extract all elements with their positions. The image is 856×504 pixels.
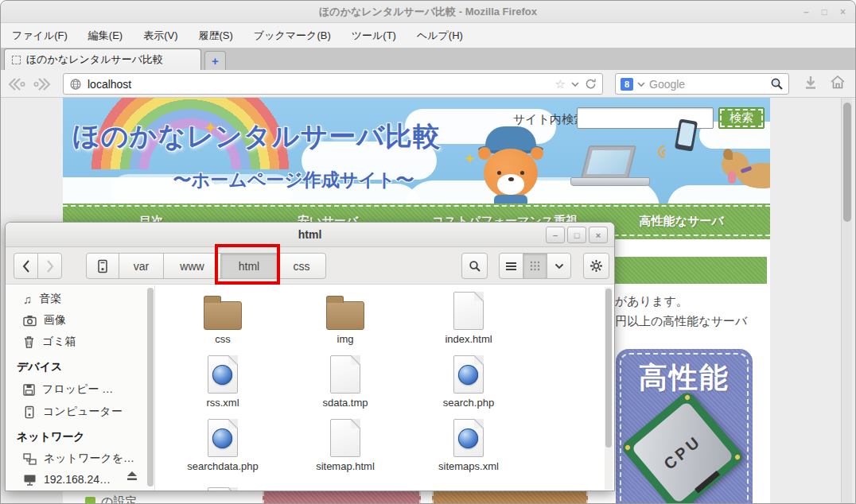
file-item-partial[interactable] xyxy=(163,486,282,490)
file-manager-toolbar: var www html css xyxy=(6,247,614,285)
page-scrollbar-thumb[interactable] xyxy=(843,103,851,222)
sidebar-item-pictures[interactable]: 画像 xyxy=(23,313,66,328)
sidebar-item-server[interactable]: 192.168.24… xyxy=(23,473,111,486)
network-icon xyxy=(23,453,37,465)
search-placeholder[interactable]: Google xyxy=(649,78,766,91)
file-item[interactable]: css xyxy=(163,290,282,345)
gear-icon xyxy=(589,259,603,273)
cpu-illustration: CPU xyxy=(620,390,745,504)
fm-settings-button[interactable] xyxy=(583,253,609,279)
file-item[interactable]: sitemap.html xyxy=(286,417,405,472)
menu-bookmarks[interactable]: ブックマーク(B) xyxy=(254,29,331,43)
forward-button[interactable] xyxy=(31,76,53,93)
site-nav-item-high-performance[interactable]: 高性能なサーバ xyxy=(593,214,770,229)
sidebar-item-browse-network[interactable]: ネットワークを… xyxy=(23,452,134,466)
back-button[interactable] xyxy=(6,76,28,93)
menubar: ファイル(F) 編集(E) 表示(V) 履歴(S) ブックマーク(B) ツール(… xyxy=(1,23,855,48)
drive-icon xyxy=(96,259,109,273)
web-document-icon xyxy=(453,355,484,394)
new-tab-button[interactable]: + xyxy=(204,51,226,70)
file-list-scrollbar-thumb[interactable] xyxy=(605,289,612,448)
sidebar-item-floppy[interactable]: フロッピー … xyxy=(23,382,113,397)
trash-icon xyxy=(23,335,35,348)
window-minimize-button[interactable]: – xyxy=(803,6,809,17)
file-item[interactable]: index.html xyxy=(409,290,528,345)
menu-help[interactable]: ヘルプ(H) xyxy=(417,29,463,43)
menu-tools[interactable]: ツール(T) xyxy=(352,29,396,43)
sidebar-scrollbar-thumb[interactable] xyxy=(147,288,154,487)
sidebar-item-trash[interactable]: ゴミ箱 xyxy=(23,335,76,349)
fm-forward-button[interactable] xyxy=(37,253,62,279)
fm-grid-view-button[interactable] xyxy=(523,253,547,279)
file-name: sdata.tmp xyxy=(286,397,405,409)
menu-history[interactable]: 履歴(S) xyxy=(199,29,233,43)
sidebar-item-label: フロッピー … xyxy=(42,382,113,397)
menu-view[interactable]: 表示(V) xyxy=(143,29,177,43)
downloads-button[interactable] xyxy=(803,75,819,91)
tab-title: ほのかなレンタルサーバ比較 xyxy=(26,52,163,67)
file-item[interactable]: sdata.tmp xyxy=(286,354,405,409)
url-bar[interactable]: localhost ☆ xyxy=(63,73,603,95)
file-name: index.html xyxy=(409,333,528,345)
document-icon xyxy=(208,487,238,490)
file-item[interactable]: searchdata.php xyxy=(163,417,282,472)
fm-back-button[interactable] xyxy=(14,253,38,279)
site-search-button[interactable]: 検索 xyxy=(718,107,765,129)
navigation-toolbar: localhost ☆ 8 Google xyxy=(1,70,855,98)
firefox-titlebar[interactable]: ほのかなレンタルサーバ比較 - Mozilla Firefox – □ × xyxy=(1,1,855,23)
sidebar-item-music[interactable]: ♫ 音楽 xyxy=(23,292,61,306)
camera-icon xyxy=(23,315,37,327)
file-item[interactable]: img xyxy=(286,290,405,345)
site-subtitle: 〜ホームページ作成サイト〜 xyxy=(119,168,469,192)
fm-minimize-button[interactable]: – xyxy=(546,227,565,243)
file-name: rss.xml xyxy=(163,397,282,409)
file-item[interactable]: rss.xml xyxy=(163,354,282,409)
fm-maximize-button[interactable]: □ xyxy=(567,227,586,243)
folder-icon xyxy=(204,301,242,330)
sidebar-item-computer[interactable]: コンピューター xyxy=(23,405,123,419)
menu-file[interactable]: ファイル(F) xyxy=(12,29,68,43)
search-engine-dropdown-icon[interactable] xyxy=(637,81,645,87)
file-name: searchdata.php xyxy=(163,460,282,472)
file-manager-titlebar[interactable]: html – □ × xyxy=(6,223,614,247)
sidebar-item-label: ネットワークを… xyxy=(44,452,134,466)
bookmark-star-icon[interactable]: ☆ xyxy=(555,77,566,91)
home-button[interactable] xyxy=(830,75,846,90)
eject-icon[interactable] xyxy=(126,471,138,481)
search-icon xyxy=(469,260,481,273)
window-maximize-button[interactable]: □ xyxy=(822,6,827,17)
fm-list-view-button[interactable] xyxy=(499,253,523,279)
tab-favicon-placeholder-icon xyxy=(12,56,21,64)
document-icon xyxy=(453,292,484,330)
fm-search-button[interactable] xyxy=(461,253,488,279)
file-name: sitemap.html xyxy=(286,460,405,472)
url-text[interactable]: localhost xyxy=(88,78,550,91)
file-name: search.php xyxy=(409,397,528,409)
tab-bar: ほのかなレンタルサーバ比較 + xyxy=(1,48,855,70)
sidebar-item-label: ゴミ箱 xyxy=(42,335,76,349)
page-text-line: があります。 xyxy=(615,294,688,309)
breadcrumb-var[interactable]: var xyxy=(119,253,164,279)
search-icon[interactable] xyxy=(770,77,784,91)
file-item[interactable]: search.php xyxy=(409,354,528,409)
breadcrumb-www[interactable]: www xyxy=(163,253,221,279)
breadcrumb-root-button[interactable] xyxy=(86,253,119,279)
page-scrollbar[interactable] xyxy=(841,98,852,504)
reload-icon[interactable] xyxy=(585,78,597,90)
url-dropdown-icon[interactable] xyxy=(571,81,579,87)
chevron-down-icon xyxy=(554,263,564,269)
menu-edit[interactable]: 編集(E) xyxy=(88,29,123,43)
tab-active[interactable]: ほのかなレンタルサーバ比較 xyxy=(4,48,201,70)
file-item[interactable]: sitemaps.xml xyxy=(409,417,528,472)
file-list-scrollbar[interactable] xyxy=(605,287,613,490)
fm-view-options-button[interactable] xyxy=(547,253,571,279)
fm-close-button[interactable]: × xyxy=(589,227,608,243)
window-title: ほのかなレンタルサーバ比較 - Mozilla Firefox xyxy=(319,5,537,19)
sidebar-item-label: 192.168.24… xyxy=(44,473,111,486)
laptop-illustration xyxy=(570,145,653,188)
breadcrumb-html[interactable]: html xyxy=(220,253,278,279)
file-name: sitemaps.xml xyxy=(409,460,528,472)
breadcrumb-css[interactable]: css xyxy=(277,253,326,279)
window-close-button[interactable]: × xyxy=(840,6,846,17)
search-bar[interactable]: 8 Google xyxy=(615,73,789,95)
